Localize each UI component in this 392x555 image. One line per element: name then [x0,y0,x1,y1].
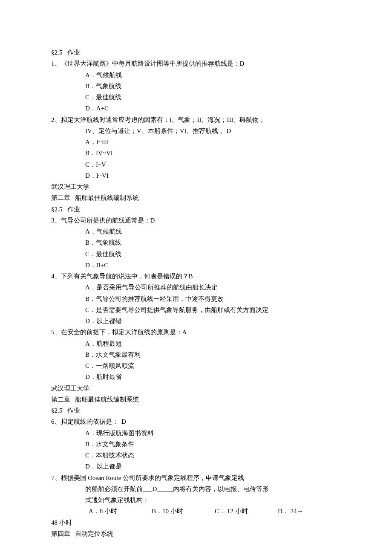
question-text: 4、下列有关气象导航的说法中，何者是错误的？B [51,271,341,282]
question-text: 7、根据美国 Ocean Route 公司所要求的气象定线程序，申请气象定线 [51,472,341,483]
option-b: B．气象航线 [51,237,341,248]
option-d: D． 24～ [278,506,341,517]
university-name: 武汉理工大学 [51,181,341,192]
option-c: C．I~V [51,159,341,170]
section-heading: §2.5 作业 [51,405,341,416]
option-d: D．B+C [51,260,341,271]
options-row: A．8 小时 B．10 小时 C． 12 小时 D． 24～ [51,506,341,517]
option-b: B．10 小时 [152,506,215,517]
chapter-title: 第二章 船舶最佳航线编制系统 [51,394,341,405]
option-c: C．一路顺风顺流 [51,360,341,371]
option-d-cont: 48 小时 [51,517,341,528]
option-b: B．气象航线 [51,81,341,92]
section-heading: §2.5 作业 [51,204,341,215]
option-d: D．航时最省 [51,371,341,382]
question-text: 1、《世界大洋航路》中每月航路设计图等中所提供的推荐航线是：D [51,58,341,69]
question-text: 2、拟定大洋航线时通常应考虑的因素有：I、气象；II、海况；III、碍航物； [51,114,341,125]
option-a: A．8 小时 [89,506,152,517]
option-a: A．是否采用气导公司所推荐的航线由船长决定 [51,282,341,293]
option-d: D．以上都错 [51,315,341,327]
option-a: A．现行版航海图书资料 [51,428,341,439]
chapter-title: 第二章 船舶最佳航线编制系统 [51,192,341,203]
option-d: D．I~VI [51,170,341,181]
option-b: B．水文气象最有利 [51,349,341,360]
option-a: A．气候航线 [51,69,341,81]
option-c: C． 12 小时 [215,506,278,517]
question-cont: 的船舶必须在开航前___D_____内将有关内容，以电报、电传等形 [51,483,341,494]
option-c: C．最佳航线 [51,249,341,260]
question-text: 3、气导公司所提供的航线通常是：D [51,215,341,226]
question-cont: 式通知气象定线机构： [51,494,341,506]
option-b: B．气导公司的推荐航线一经采用，中途不得更改 [51,293,341,304]
option-c: C．最佳航线 [51,92,341,103]
option-c: C．本船技术状态 [51,450,341,461]
question-cont: IV、定位与避让；V、本船条件；VI、推荐航线 。D [51,125,341,136]
university-name: 武汉理工大学 [51,383,341,394]
option-a: A．I~III [51,136,341,147]
section-heading: §2.5 作业 [51,47,341,58]
option-b: B．IV~VI [51,147,341,159]
option-c: C．是否需要气导公司提供气象导航服务，由船舶或有关方面决定 [51,304,341,315]
chapter-title: 第四章 自动定位系统 [51,528,341,539]
question-text: 6、拟定航线的依据是： D [51,416,341,427]
option-a: A．气候航线 [51,226,341,237]
option-a: A．航程最短 [51,338,341,349]
option-d: D．以上都是 [51,461,341,472]
option-b: B．水文气象条件 [51,439,341,450]
option-d: D．A+C [51,103,341,114]
question-text: 5、在安全的前提下，拟定大洋航线的原则是：A [51,327,341,338]
